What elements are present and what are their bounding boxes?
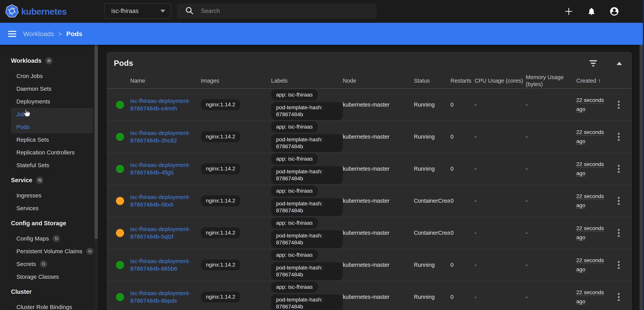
table-row: isc-fhiraas-deployment-87867484b-2hc82 n…: [106, 121, 632, 153]
card-toolbar: [588, 59, 622, 68]
sidebar-section-config-and-storage: Config and StorageConfig MapsNPersistent…: [0, 219, 94, 283]
menu-hamburger-icon[interactable]: [8, 31, 16, 37]
sidebar-item-config-maps[interactable]: Config MapsN: [0, 232, 94, 245]
sidebar-item-pods[interactable]: Pods: [11, 121, 93, 133]
images-cell: nginx:1.14.2: [200, 291, 270, 302]
sidebar-item-deployments[interactable]: Deployments: [0, 95, 94, 108]
sidebar-section-title: ServiceN: [0, 176, 94, 185]
row-actions-kebab-icon[interactable]: [618, 293, 625, 301]
sidebar-item-stateful-sets[interactable]: Stateful Sets: [0, 159, 94, 172]
pod-name-link[interactable]: isc-fhiraas-deployment-87867484b-5qlzf: [130, 225, 198, 240]
cpu-usage-cell: -: [474, 294, 525, 300]
row-actions-kebab-icon[interactable]: [618, 101, 625, 109]
pod-name-link[interactable]: isc-fhiraas-deployment-87867484b-4flg5: [130, 161, 198, 176]
cpu-usage-cell: -: [474, 166, 525, 172]
pod-status-dot-icon: [116, 261, 124, 269]
memory-usage-cell: -: [525, 262, 576, 268]
pod-status-dot-icon: [116, 293, 124, 301]
create-resource-button[interactable]: [563, 6, 574, 17]
pod-name-link[interactable]: isc-fhiraas-deployment-87867484b-6bpds: [130, 289, 198, 304]
pods-card-title: Pods: [114, 59, 133, 68]
image-chip: nginx:1.14.2: [201, 291, 240, 302]
sidebar-item-persistent-volume-claims[interactable]: Persistent Volume ClaimsN: [0, 245, 94, 258]
restarts-cell: 0: [450, 262, 474, 268]
column-header-labels[interactable]: Labels: [270, 77, 342, 84]
kubernetes-logo[interactable]: kubernetes: [6, 4, 66, 19]
sidebar-item-replication-controllers[interactable]: Replication Controllers: [0, 146, 94, 159]
global-search: [177, 4, 376, 19]
sidebar-section-service: ServiceNIngressesServices: [0, 176, 94, 215]
sidebar-item-jobs[interactable]: Jobs: [11, 108, 93, 121]
name-cell: isc-fhiraas-deployment-87867484b-5qlzf: [127, 225, 200, 240]
pod-name-link[interactable]: isc-fhiraas-deployment-87867484b-5ltx6: [130, 193, 198, 208]
sidebar-section-cluster: ClusterCluster Role Bindings: [0, 288, 94, 310]
memory-usage-cell: -: [525, 166, 576, 172]
restarts-cell: 0: [450, 230, 474, 236]
created-ago-text: 22 seconds ago: [576, 224, 606, 242]
status-cell: Running: [413, 262, 450, 268]
labels-cell: app: isc-fhiraaspod-template-hash: 87867…: [270, 185, 342, 216]
sidebar-scrollbar-thumb[interactable]: [94, 45, 98, 239]
name-cell: isc-fhiraas-deployment-87867484b-2hc82: [127, 129, 200, 144]
restarts-cell: 0: [450, 134, 474, 140]
row-actions-kebab-icon[interactable]: [618, 229, 625, 237]
search-input[interactable]: [201, 8, 359, 15]
sidebar-item-ingresses[interactable]: Ingresses: [0, 189, 94, 202]
pod-name-link[interactable]: isc-fhiraas-deployment-87867484b-2hc82: [130, 129, 198, 144]
column-header-memory-usage-bytes[interactable]: Memory Usage (bytes): [525, 74, 576, 88]
row-actions-kebab-icon[interactable]: [618, 197, 625, 205]
image-chip: nginx:1.14.2: [201, 259, 240, 270]
pod-status-dot-icon: [116, 165, 124, 173]
created-ago-text: 22 seconds ago: [576, 256, 606, 274]
created-ago-text: 22 seconds ago: [576, 192, 606, 210]
collapse-card-caret-icon[interactable]: [616, 62, 622, 65]
memory-usage-cell: -: [525, 198, 576, 204]
row-actions-kebab-icon[interactable]: [618, 133, 625, 141]
sidebar-item-daemon-sets[interactable]: Daemon Sets: [0, 82, 94, 95]
column-header-status[interactable]: Status: [413, 77, 450, 84]
label-chip: pod-template-hash: 87867484b: [271, 230, 343, 248]
row-actions-kebab-icon[interactable]: [618, 165, 625, 173]
page-scrollbar-thumb[interactable]: [640, 45, 643, 310]
row-actions-kebab-icon[interactable]: [618, 261, 625, 269]
user-avatar[interactable]: [609, 6, 620, 17]
namespace-value: isc-fhiraas: [111, 8, 138, 15]
column-header-created[interactable]: Created↑: [576, 77, 618, 84]
sidebar-item-services[interactable]: Services: [0, 202, 94, 215]
created-cell: 22 seconds ago: [576, 192, 618, 210]
image-chip: nginx:1.14.2: [201, 163, 240, 174]
restarts-cell: 0: [450, 198, 474, 204]
status-dot-cell: [106, 133, 127, 141]
created-ago-text: 22 seconds ago: [576, 96, 606, 114]
labels-cell: app: isc-fhiraaspod-template-hash: 87867…: [270, 217, 342, 248]
created-cell: 22 seconds ago: [576, 288, 618, 306]
column-header-restarts[interactable]: Restarts: [450, 77, 474, 84]
sidebar-item-cron-jobs[interactable]: Cron Jobs: [0, 70, 94, 82]
namespace-selector[interactable]: isc-fhiraas: [104, 4, 171, 19]
column-header-name[interactable]: Name: [127, 77, 200, 84]
status-cell: ContainerCreating: [413, 230, 450, 236]
sidebar-item-secrets[interactable]: SecretsN: [0, 258, 94, 270]
memory-usage-cell: -: [525, 134, 576, 140]
breadcrumb-workloads-link[interactable]: Workloads: [23, 30, 54, 38]
status-dot-cell: [106, 261, 127, 269]
table-row: isc-fhiraas-deployment-87867484b-5ltx6 n…: [106, 185, 632, 217]
images-cell: nginx:1.14.2: [200, 131, 270, 142]
sidebar-item-replica-sets[interactable]: Replica Sets: [0, 133, 94, 146]
pod-name-link[interactable]: isc-fhiraas-deployment-87867484b-665b6: [130, 257, 198, 272]
kubernetes-logo-icon: [6, 4, 18, 19]
column-header-cpu-usage-cores[interactable]: CPU Usage (cores): [474, 77, 525, 84]
top-app-bar: kubernetes isc-fhiraas: [0, 0, 643, 23]
notifications-bell-icon[interactable]: [586, 6, 597, 17]
column-header-images[interactable]: Images: [200, 77, 270, 84]
node-cell: kubernetes-master: [342, 230, 413, 236]
label-chip: pod-template-hash: 87867484b: [271, 198, 343, 216]
status-cell: Running: [413, 166, 450, 172]
sidebar-item-storage-classes[interactable]: Storage Classes: [0, 270, 94, 283]
column-header-node[interactable]: Node: [342, 77, 413, 84]
created-cell: 22 seconds ago: [576, 160, 618, 178]
pod-name-link[interactable]: isc-fhiraas-deployment-87867484b-s4nnh: [130, 97, 198, 112]
sidebar-item-cluster-role-bindings[interactable]: Cluster Role Bindings: [0, 301, 94, 310]
topbar-actions: [563, 0, 620, 23]
filter-icon[interactable]: [588, 59, 598, 68]
